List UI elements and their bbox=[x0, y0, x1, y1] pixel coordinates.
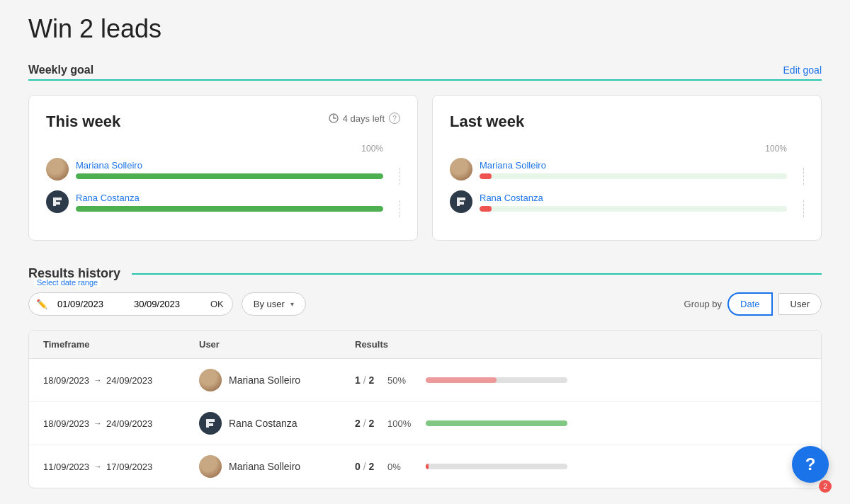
result-fill-2 bbox=[426, 464, 429, 469]
date-start-input[interactable] bbox=[55, 293, 125, 315]
results-cell-1: 2 / 2 100% bbox=[355, 418, 807, 429]
date-from-1: 18/09/2023 bbox=[43, 418, 89, 429]
date-to-1: 24/09/2023 bbox=[106, 418, 152, 429]
result-fraction-2: 0 / 2 bbox=[355, 461, 376, 472]
user-name-mariana[interactable]: Mariana Solleiro bbox=[76, 160, 400, 171]
group-by-control: Group by Date User bbox=[684, 292, 822, 316]
date-input-group[interactable]: ✏️ OK bbox=[28, 292, 233, 316]
progress-fill-rana bbox=[76, 206, 383, 212]
last-week-track-rana bbox=[480, 206, 787, 212]
results-section: Results history Select date range ✏️ OK … bbox=[28, 266, 822, 488]
dashed-marker-mariana bbox=[400, 168, 400, 185]
pencil-icon[interactable]: ✏️ bbox=[29, 293, 55, 315]
col-header-timeframe: Timeframe bbox=[43, 339, 199, 350]
col-header-results: Results bbox=[355, 339, 807, 350]
week-cards: This week 4 days left ? 100% bbox=[28, 95, 822, 241]
results-table: Timeframe User Results 18/09/2023 → 24/0… bbox=[28, 330, 822, 488]
result-fraction-1: 2 / 2 bbox=[355, 418, 376, 429]
timeframe-cell-2: 11/09/2023 → 17/09/2023 bbox=[43, 462, 199, 472]
progress-bar-area-mariana bbox=[76, 173, 400, 179]
this-week-progress-area: 100% Mariana Solleiro bbox=[46, 144, 400, 213]
last-week-header-row: Last week bbox=[450, 113, 804, 144]
this-week-header-row: This week 4 days left ? bbox=[46, 113, 400, 144]
result-track-0 bbox=[426, 377, 567, 383]
user-name-rana[interactable]: Rana Costanza bbox=[76, 193, 400, 203]
last-week-dashed-mariana bbox=[803, 168, 804, 185]
this-week-content: 100% Mariana Solleiro bbox=[46, 144, 400, 213]
col-header-user: User bbox=[199, 339, 355, 350]
avatar-mariana bbox=[46, 158, 69, 181]
arrow-icon-1: → bbox=[94, 418, 102, 428]
by-user-select[interactable]: By user ▾ bbox=[242, 292, 306, 316]
last-week-avatar-mariana bbox=[450, 158, 472, 181]
row-user-0: Mariana Solleiro bbox=[229, 374, 300, 386]
last-week-avatar-rana bbox=[450, 190, 472, 213]
row-avatar-0 bbox=[199, 369, 222, 391]
weekly-goal-divider bbox=[28, 79, 822, 81]
help-fab-button[interactable]: ? bbox=[792, 446, 829, 483]
date-from-0: 18/09/2023 bbox=[43, 375, 89, 386]
last-week-name-mariana[interactable]: Mariana Solleiro bbox=[480, 160, 804, 171]
date-from-2: 11/09/2023 bbox=[43, 462, 89, 472]
this-week-card: This week 4 days left ? 100% bbox=[28, 95, 418, 241]
last-week-user-rana: Rana Costanza bbox=[450, 190, 804, 213]
last-week-avatar-mariana-img bbox=[450, 158, 472, 181]
days-left-area: 4 days left ? bbox=[329, 113, 400, 124]
arrow-icon-0: → bbox=[94, 375, 102, 385]
group-by-date-button[interactable]: Date bbox=[727, 292, 772, 316]
last-week-fill-rana bbox=[480, 206, 492, 212]
last-week-title: Last week bbox=[450, 113, 524, 131]
arrow-icon-2: → bbox=[94, 462, 102, 471]
this-week-percent-label: 100% bbox=[46, 144, 400, 154]
result-fill-0 bbox=[426, 377, 497, 383]
last-week-card: Last week 100% Mariana Solleiro bbox=[432, 95, 822, 241]
edit-goal-link[interactable]: Edit goal bbox=[783, 64, 822, 76]
user-cell-1: Rana Costanza bbox=[199, 412, 355, 435]
last-week-dashed-rana bbox=[803, 200, 804, 217]
group-by-user-button[interactable]: User bbox=[778, 293, 822, 315]
result-percent-0: 50% bbox=[387, 375, 414, 386]
date-end-input[interactable] bbox=[131, 293, 202, 315]
last-week-info-mariana: Mariana Solleiro bbox=[480, 160, 804, 179]
row-avatar-2 bbox=[199, 455, 222, 478]
last-week-track-mariana bbox=[480, 173, 787, 179]
results-cell-0: 1 / 2 50% bbox=[355, 374, 807, 386]
avatar-rana bbox=[46, 190, 69, 213]
last-week-user-mariana: Mariana Solleiro bbox=[450, 158, 804, 181]
avatar-mariana-img bbox=[46, 158, 69, 181]
row-avatar-img-0 bbox=[199, 369, 222, 391]
last-week-info-rana: Rana Costanza bbox=[480, 193, 804, 212]
page: Win 2 leads Weekly goal Edit goal This w… bbox=[0, 0, 850, 504]
date-range-wrapper: Select date range ✏️ OK bbox=[28, 292, 233, 316]
result-track-1 bbox=[426, 420, 567, 426]
result-percent-1: 100% bbox=[387, 418, 414, 429]
user-info-mariana: Mariana Solleiro bbox=[76, 160, 400, 179]
last-week-name-rana[interactable]: Rana Costanza bbox=[480, 193, 804, 203]
last-week-fill-mariana bbox=[480, 173, 492, 179]
table-header: Timeframe User Results bbox=[29, 331, 821, 359]
svg-marker-3 bbox=[53, 197, 62, 206]
row-avatar-1 bbox=[199, 412, 222, 435]
fab-notification-badge: 2 bbox=[819, 480, 832, 493]
help-icon-thisweek[interactable]: ? bbox=[389, 113, 400, 124]
filters-row: Select date range ✏️ OK By user ▾ Group … bbox=[28, 292, 822, 316]
chevron-down-icon: ▾ bbox=[290, 300, 294, 308]
user-info-rana: Rana Costanza bbox=[76, 193, 400, 212]
last-week-content: 100% Mariana Solleiro bbox=[450, 144, 804, 213]
date-to-2: 17/09/2023 bbox=[106, 462, 152, 472]
weekly-goal-header: Weekly goal Edit goal bbox=[28, 64, 822, 76]
user-row-mariana: Mariana Solleiro bbox=[46, 158, 400, 181]
result-percent-2: 0% bbox=[387, 462, 414, 472]
table-row: 11/09/2023 → 17/09/2023 Mariana Solleiro… bbox=[29, 445, 821, 488]
user-cell-0: Mariana Solleiro bbox=[199, 369, 355, 391]
svg-marker-5 bbox=[206, 419, 215, 428]
user-row-rana: Rana Costanza bbox=[46, 190, 400, 213]
ok-button[interactable]: OK bbox=[202, 293, 232, 315]
table-row: 18/09/2023 → 24/09/2023 Mariana Solleiro… bbox=[29, 359, 821, 402]
result-fraction-0: 1 / 2 bbox=[355, 374, 376, 386]
progress-fill-mariana bbox=[76, 173, 383, 179]
this-week-title: This week bbox=[46, 113, 120, 131]
clock-icon bbox=[329, 113, 339, 123]
by-user-label: By user bbox=[254, 299, 285, 309]
group-by-label: Group by bbox=[684, 299, 722, 309]
